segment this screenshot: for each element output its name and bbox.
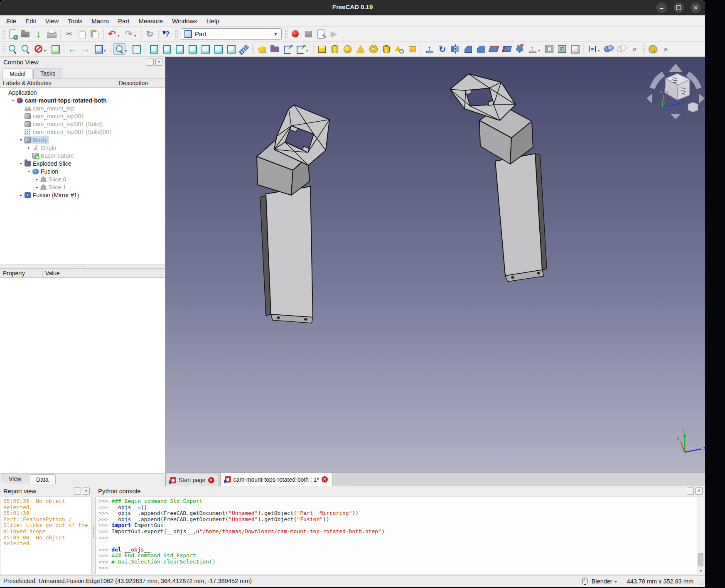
tree-item-body[interactable]: ▾Body: [0, 136, 165, 144]
tab-data[interactable]: Data: [29, 474, 56, 484]
whats-this-button[interactable]: ?: [161, 28, 173, 40]
create-primitives-button[interactable]: ↔: [406, 43, 418, 55]
print-button[interactable]: [45, 28, 57, 40]
model-right[interactable]: [450, 74, 547, 282]
fillet-button[interactable]: [462, 43, 474, 55]
tree-item-cam-mount-top[interactable]: cam_mount_top: [0, 104, 165, 112]
menu-edit[interactable]: Edit: [21, 17, 41, 25]
cut-button[interactable]: ✂: [63, 28, 75, 40]
toolbar-handle[interactable]: [251, 44, 254, 54]
nav-style-dropdown-icon[interactable]: ▼: [614, 580, 618, 584]
view-bottom-button[interactable]: [212, 43, 224, 55]
tree-expander-icon[interactable]: ▾: [18, 137, 24, 142]
toolbar-handle[interactable]: [285, 29, 288, 39]
save-button[interactable]: ↓: [32, 28, 44, 40]
menu-measure[interactable]: Measure: [134, 17, 167, 25]
float-panel-icon[interactable]: ▫: [687, 488, 694, 495]
clipping-plane-button-dropdown-icon[interactable]: ▾: [44, 49, 48, 53]
redo-button[interactable]: ↷: [123, 28, 135, 40]
export-alt-button-dropdown-icon[interactable]: ▾: [306, 49, 310, 53]
loft-button[interactable]: [514, 43, 526, 55]
close-panel-icon[interactable]: ✕: [83, 488, 90, 495]
export-button[interactable]: ↗: [282, 43, 294, 55]
close-button[interactable]: ✕: [691, 2, 701, 13]
tree-expander-icon[interactable]: ▸: [34, 185, 39, 189]
part-solid-button[interactable]: [256, 43, 268, 55]
tab-view[interactable]: View: [2, 474, 28, 483]
make-face-button[interactable]: [488, 43, 500, 55]
group-button[interactable]: [269, 43, 281, 55]
model-left[interactable]: [257, 105, 329, 323]
view-axonometric-button[interactable]: [147, 43, 160, 55]
refine-shape-button[interactable]: F: [556, 43, 568, 55]
revolve-button[interactable]: ↻: [436, 43, 448, 55]
float-panel-icon[interactable]: ▫: [147, 59, 154, 66]
document-tab-start-page[interactable]: Start page✕: [165, 474, 219, 486]
view-left-button[interactable]: [225, 43, 237, 55]
close-tab-icon[interactable]: ✕: [322, 476, 328, 483]
tree-item-cam-mount-top001[interactable]: cam_mount_top001: [0, 112, 165, 120]
primitive-cone-button[interactable]: [354, 43, 366, 55]
macro-stop-button[interactable]: [302, 28, 314, 40]
tab-bar-grip[interactable]: ······: [337, 480, 347, 484]
tree-item-fusion[interactable]: ▾Fusion: [0, 167, 165, 175]
toolbar-handle[interactable]: [175, 29, 178, 39]
clipping-plane-button[interactable]: [32, 43, 44, 55]
toolbar-handle[interactable]: [642, 44, 645, 54]
box-zoom-button-dropdown-icon[interactable]: ▾: [125, 49, 129, 53]
primitive-tube-button[interactable]: [380, 43, 392, 55]
extrude-button[interactable]: ↑: [423, 43, 435, 55]
primitive-cylinder-button[interactable]: [329, 43, 341, 55]
primitive-torus-button[interactable]: [367, 43, 379, 55]
menu-help[interactable]: Help: [202, 17, 224, 25]
undo-button[interactable]: ↶: [106, 28, 118, 40]
tree-item-slice-0[interactable]: ▸Slice.0: [0, 175, 165, 183]
export-alt-button[interactable]: ↗: [295, 43, 307, 55]
minimize-button[interactable]: –: [656, 2, 667, 13]
python-console-log[interactable]: >>> ### Begin command Std_Export>>> __ob…: [96, 497, 704, 574]
toolbar-overflow-button-2[interactable]: »: [660, 43, 672, 55]
new-document-button[interactable]: [7, 28, 19, 40]
tree-item-fusion-mirror-1[interactable]: ▸Fusion (Mirror #1): [0, 191, 165, 199]
tree-expander-icon[interactable]: ▸: [34, 177, 39, 181]
tree-item-basefeature[interactable]: BaseFeature: [0, 152, 165, 159]
paste-button[interactable]: [88, 28, 101, 40]
toolbar-handle[interactable]: [2, 44, 5, 54]
ruled-surface-button[interactable]: [501, 43, 513, 55]
macro-edit-button[interactable]: ✎: [315, 28, 327, 40]
maximize-button[interactable]: [673, 2, 684, 13]
toolbar-overflow-button[interactable]: »: [629, 43, 641, 55]
float-panel-icon[interactable]: ▫: [74, 488, 81, 495]
3d-viewport[interactable]: y x z: [165, 57, 705, 473]
redo-button-dropdown-icon[interactable]: ▾: [134, 34, 138, 38]
scrollbar-down-icon[interactable]: ▼: [698, 568, 704, 574]
boolean-union-button[interactable]: [603, 43, 615, 55]
measure-distance-button[interactable]: [238, 43, 250, 55]
undo-button-dropdown-icon[interactable]: ▾: [118, 34, 122, 38]
linked-view-button[interactable]: [92, 43, 104, 55]
tree-item-slice-1[interactable]: ▸Slice.1: [0, 183, 165, 191]
nav-style-selector[interactable]: Blender: [592, 578, 612, 585]
tree-expander-icon[interactable]: ▾: [18, 161, 24, 166]
tree-expander-icon[interactable]: ▾: [10, 98, 16, 103]
measure-tape-button[interactable]: [647, 43, 659, 55]
view-front-button[interactable]: [160, 43, 172, 55]
workbench-selector[interactable]: Part▼: [181, 28, 282, 40]
tree-item-cam-mount-tops-rotated-both[interactable]: ▾cam-mount-tops-rotated-both: [0, 96, 165, 104]
title-bar[interactable]: FreeCAD 0.19 – ✕: [0, 0, 705, 15]
shape-builder-button[interactable]: [393, 43, 405, 55]
tab-model[interactable]: Model: [2, 69, 32, 78]
scrollbar-thumb[interactable]: [698, 553, 703, 566]
menu-view[interactable]: View: [41, 17, 63, 25]
offset-button-dropdown-icon[interactable]: ▾: [538, 49, 542, 53]
offset-button[interactable]: ↑: [526, 43, 538, 55]
tab-tasks[interactable]: Tasks: [33, 69, 62, 78]
mirror-button[interactable]: [449, 43, 461, 55]
tree-expander-icon[interactable]: ▾: [26, 169, 32, 174]
tree-item-cam-mount-top001-solid-001[interactable]: cam_mount_top001 (Solid)001: [0, 128, 165, 136]
primitive-box-button[interactable]: [316, 43, 328, 55]
panel-splitter[interactable]: [0, 265, 165, 269]
draw-style-button[interactable]: [130, 43, 142, 55]
copy-button[interactable]: [76, 28, 88, 40]
menu-file[interactable]: File: [2, 17, 21, 25]
